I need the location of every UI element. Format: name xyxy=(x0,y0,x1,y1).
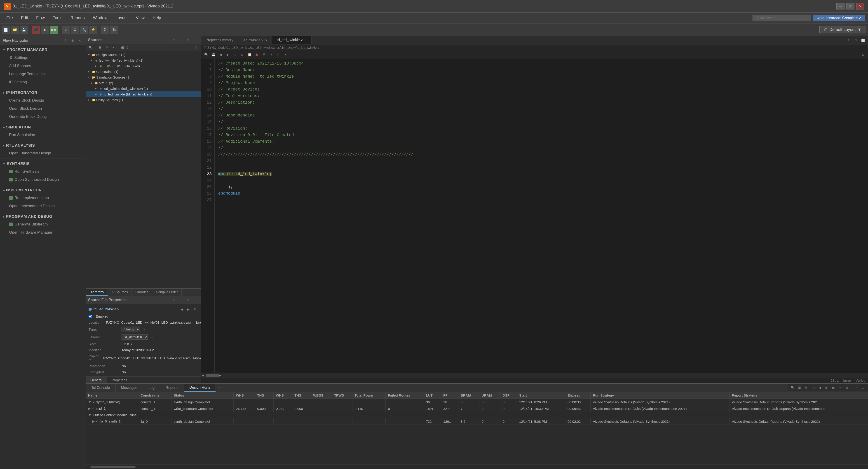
sources-minimize[interactable]: — xyxy=(178,37,184,42)
code-scrollbar-thumb[interactable] xyxy=(206,374,219,377)
code-tab-td-led-twinkle[interactable]: td_led_twinkle.v ✕ xyxy=(272,36,312,44)
code-text[interactable]: // Create Date: 2021/12/15 10:08:04 // D… xyxy=(215,59,868,373)
flow-item-ip-catalog[interactable]: IP Catalog xyxy=(5,78,86,86)
code-tab-project-summary[interactable]: Project Summary xyxy=(201,36,238,44)
bottom-horizontal-scrollbar[interactable] xyxy=(86,465,868,469)
sources-refresh-btn[interactable]: ↻ xyxy=(104,45,110,50)
bottom-restore-btn[interactable]: □ xyxy=(860,385,866,390)
flow-section-simulation-header[interactable]: ▶ SIMULATION xyxy=(0,123,86,131)
col-run-strategy[interactable]: Run Strategy xyxy=(590,392,729,399)
col-failed-routes[interactable]: Failed Routes xyxy=(386,392,424,399)
impl1-expand-icon[interactable]: ▶ xyxy=(88,406,91,410)
toolbar-percent[interactable]: % xyxy=(110,26,118,34)
bottom-tab-reports[interactable]: Reports xyxy=(160,384,184,392)
tree-item-constraints[interactable]: ▶ 📁 Constraints (1) xyxy=(86,69,201,74)
dr-filter-btn[interactable]: ☰ xyxy=(797,385,803,390)
sources-tab-libraries[interactable]: Libraries xyxy=(132,289,152,296)
col-tns[interactable]: TNS xyxy=(255,392,274,399)
flow-item-generate-block[interactable]: Generate Block Design xyxy=(5,113,86,121)
code-bullet-btn[interactable]: • xyxy=(282,52,289,57)
flow-section-project-manager-header[interactable]: ▼ PROJECT MANAGER xyxy=(0,45,86,54)
dr-search-btn[interactable]: 🔍 xyxy=(790,385,796,390)
sfp-library-btn[interactable]: ··· xyxy=(149,335,155,340)
sfp-next-btn[interactable]: ▶ xyxy=(185,307,191,312)
toolbar-extra[interactable]: Σ xyxy=(101,26,109,34)
sfp-maximize[interactable]: □ xyxy=(185,298,191,302)
sources-add-btn[interactable]: + xyxy=(111,45,116,50)
col-wbss[interactable]: WBSS xyxy=(311,392,332,399)
toolbar-run-all[interactable]: ▶▶ xyxy=(50,26,58,34)
dr-fastforward-btn[interactable]: ⏭ xyxy=(831,385,836,390)
menu-reports[interactable]: Reports xyxy=(67,15,88,21)
col-ff[interactable]: FF xyxy=(441,392,458,399)
sfp-type-select[interactable]: Verilog xyxy=(122,327,140,332)
flow-item-open-elaborated[interactable]: Open Elaborated Design xyxy=(5,149,86,157)
dr-add-btn[interactable]: + xyxy=(837,385,843,390)
code-paste-btn[interactable]: 📋 xyxy=(246,52,253,57)
table-row[interactable]: ▼ Out-of-Context Module Runs xyxy=(86,412,868,418)
sfp-gear-btn[interactable]: ⚙ xyxy=(192,307,198,312)
maximize-button[interactable]: □ xyxy=(846,3,855,9)
sources-tab-ip[interactable]: IP Sources xyxy=(108,289,132,296)
col-ths[interactable]: THS xyxy=(292,392,311,399)
table-row[interactable]: ▼✓ synth_1 (active) constrs_1 synth_desi… xyxy=(86,399,868,405)
flow-nav-settings[interactable]: ⚙ xyxy=(69,38,76,43)
toolbar-run[interactable]: ▶ xyxy=(41,26,49,34)
col-dsp[interactable]: DSP xyxy=(500,392,517,399)
sources-gear[interactable]: ⚙ xyxy=(193,45,199,50)
scroll-right-arrow[interactable]: ▶ xyxy=(219,374,221,377)
sfp-tab-general[interactable]: General xyxy=(86,377,107,383)
menu-flow[interactable]: Flow xyxy=(33,15,48,21)
col-name[interactable]: Name xyxy=(86,392,138,399)
default-layout-button[interactable]: ⊞ Default Layout ▼ xyxy=(819,26,866,33)
toolbar-synth[interactable]: ⚙ xyxy=(71,26,79,34)
toolbar-open[interactable]: 📁 xyxy=(11,26,19,34)
flow-item-generate-bitstream[interactable]: Generate Bitstream xyxy=(5,220,86,228)
code-settings-btn[interactable]: ⚙ xyxy=(860,52,866,57)
flow-item-run-impl[interactable]: Run Implementation xyxy=(5,194,86,202)
flow-section-program-debug-header[interactable]: ▶ PROGRAM AND DEBUG xyxy=(0,212,86,220)
code-editor-help[interactable]: ? xyxy=(845,38,852,43)
flow-item-settings[interactable]: ⚙ Settings xyxy=(5,54,86,62)
close-button[interactable]: ✕ xyxy=(856,3,864,9)
td-led-tab-close[interactable]: ✕ xyxy=(304,38,307,42)
sfp-close[interactable]: ✕ xyxy=(192,298,198,302)
bottom-tab-tcl[interactable]: Tcl Console xyxy=(86,384,116,392)
toolbar-check[interactable]: ✓ xyxy=(62,26,70,34)
code-editor-maximize[interactable]: ⬜ xyxy=(860,38,866,43)
code-tab-led-twinkle[interactable]: led_twinkle.v ✕ xyxy=(238,36,273,44)
flow-section-implementation-header[interactable]: ▶ IMPLEMENTATION xyxy=(0,186,86,194)
sfp-prev-btn[interactable]: ◀ xyxy=(179,307,185,312)
flow-section-rtl-header[interactable]: ▶ RTL ANALYSIS xyxy=(0,141,86,149)
ila-expand-icon[interactable]: ▶ xyxy=(92,420,95,423)
col-status[interactable]: Status xyxy=(172,392,234,399)
flow-item-open-synthesized[interactable]: Open Synthesized Design xyxy=(5,176,86,184)
synth1-expand-icon[interactable]: ▼ xyxy=(88,400,92,404)
led-twinkle-tab-close[interactable]: ✕ xyxy=(265,39,268,42)
sfp-minimize[interactable]: — xyxy=(178,298,184,302)
flow-item-language-templates[interactable]: Language Templates xyxy=(5,70,86,78)
sfp-type-btn[interactable]: ··· xyxy=(141,327,147,332)
code-outdent-btn[interactable]: ⇤ xyxy=(275,52,281,57)
tree-item-sim-sources[interactable]: ▼ 📂 Simulation Sources (2) xyxy=(86,74,201,80)
col-report-strategy[interactable]: Report Strategy xyxy=(730,392,868,399)
sources-maximize[interactable]: □ xyxy=(185,37,191,42)
toolbar-bit[interactable]: ⚡ xyxy=(89,26,97,34)
code-save-btn[interactable]: 💾 xyxy=(210,52,216,57)
menu-window[interactable]: Window xyxy=(89,15,111,21)
code-comment-btn[interactable]: // xyxy=(261,52,267,57)
sfp-enabled-checkbox[interactable] xyxy=(89,314,92,318)
bottom-scrollbar-thumb[interactable] xyxy=(90,466,135,468)
menu-view[interactable]: View xyxy=(132,15,148,21)
col-total-power[interactable]: Total Power xyxy=(352,392,386,399)
col-tpws[interactable]: TPWS xyxy=(332,392,352,399)
sources-tab-compile[interactable]: Compile Order xyxy=(152,289,182,296)
menu-file[interactable]: File xyxy=(3,15,17,21)
code-copy-btn[interactable]: ⧉ xyxy=(239,52,245,57)
ooc-expand-icon[interactable]: ▼ xyxy=(88,413,92,417)
tree-item-utility-sources[interactable]: ▶ 📁 Utility Sources (1) xyxy=(86,97,201,103)
col-start[interactable]: Start xyxy=(517,392,565,399)
table-row[interactable]: ▶✓ ila_0_synth_1 ila_0 synth_design Comp… xyxy=(86,418,868,425)
sfp-library-select[interactable]: xil_defaultlib xyxy=(122,334,148,340)
code-horizontal-scrollbar[interactable]: ◀ ▶ xyxy=(201,373,868,378)
